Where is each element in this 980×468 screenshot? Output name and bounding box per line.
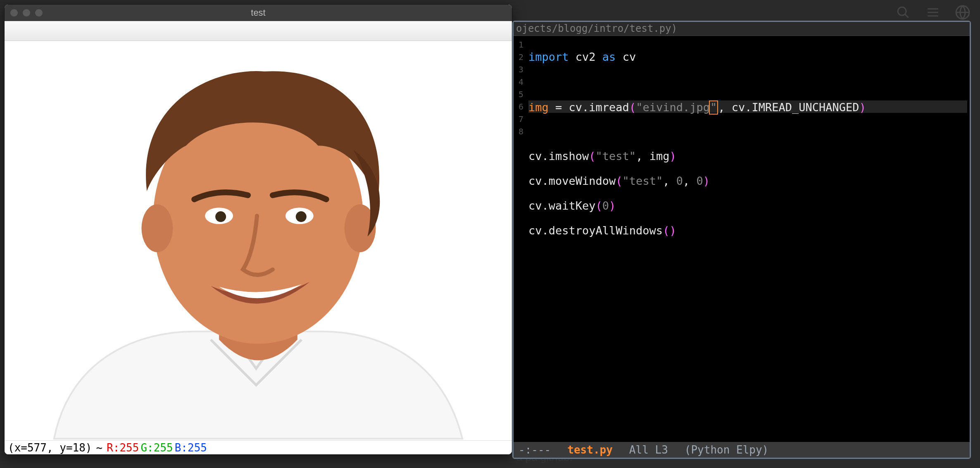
- line-number-gutter: 1 2 3 4 5 6 7 8: [514, 36, 525, 442]
- pixel-g-value: G:255: [140, 442, 173, 454]
- code-line: [528, 76, 967, 88]
- code-line: [528, 125, 967, 138]
- code-line: cv.destroyAllWindows(): [528, 224, 967, 237]
- line-number: 7: [514, 113, 525, 125]
- line-number: 6: [514, 100, 525, 113]
- image-window-title: test: [5, 7, 512, 18]
- cursor-coordinates: (x=577, y=18): [8, 442, 92, 454]
- line-number: 8: [514, 125, 525, 138]
- svg-point-0: [898, 7, 906, 15]
- image-titlebar[interactable]: test: [5, 5, 512, 21]
- close-icon[interactable]: [10, 9, 18, 17]
- svg-line-1: [905, 14, 909, 18]
- code-line: cv.imshow("test", img): [528, 150, 967, 162]
- code-line: cv.waitKey(0): [528, 200, 967, 212]
- editor-window: ojects/blogg/intro/test.py) 1 2 3 4 5 6 …: [512, 21, 971, 459]
- menu-icon: [924, 3, 942, 21]
- code-area[interactable]: import cv2 as cv img = cv.imread("eivind…: [525, 36, 970, 442]
- text-cursor: ": [709, 100, 718, 115]
- image-preview-window: test: [4, 4, 512, 455]
- modeline-position: All L3: [629, 442, 668, 458]
- image-canvas[interactable]: [5, 41, 512, 440]
- svg-point-8: [141, 204, 173, 252]
- line-number: 2: [514, 51, 525, 63]
- svg-point-13: [296, 211, 307, 222]
- code-line: cv.moveWindow("test", 0, 0): [528, 175, 967, 187]
- line-number: 1: [514, 38, 525, 51]
- modeline-modified: -:---: [519, 442, 551, 458]
- modeline-filename: test.py: [567, 442, 613, 458]
- line-number: 5: [514, 88, 525, 100]
- code-line: import cv2 as cv: [528, 51, 967, 63]
- image-statusbar: (x=577, y=18) ~ R:255 G:255 B:255: [5, 440, 512, 454]
- editor-modeline: -:--- test.py All L3 (Python Elpy): [514, 442, 970, 458]
- modeline-mode: (Python Elpy): [685, 442, 769, 458]
- globe-icon: [954, 3, 972, 21]
- pixel-r-value: R:255: [107, 442, 139, 454]
- window-controls: [10, 9, 43, 17]
- code-line-current: img = cv.imread("eivind.jpg", cv.IMREAD_…: [528, 100, 967, 113]
- browser-bg-icons: [894, 3, 972, 21]
- fullscreen-icon[interactable]: [35, 9, 43, 17]
- line-number: 4: [514, 76, 525, 88]
- pixel-b-value: B:255: [175, 442, 207, 454]
- svg-point-12: [215, 211, 226, 222]
- minimize-icon[interactable]: [23, 9, 30, 17]
- search-icon: [894, 3, 912, 21]
- image-toolbar: [5, 21, 512, 41]
- line-number: 3: [514, 63, 525, 76]
- editor-path: ojects/blogg/intro/test.py): [514, 22, 970, 36]
- status-separator: ~: [96, 442, 103, 454]
